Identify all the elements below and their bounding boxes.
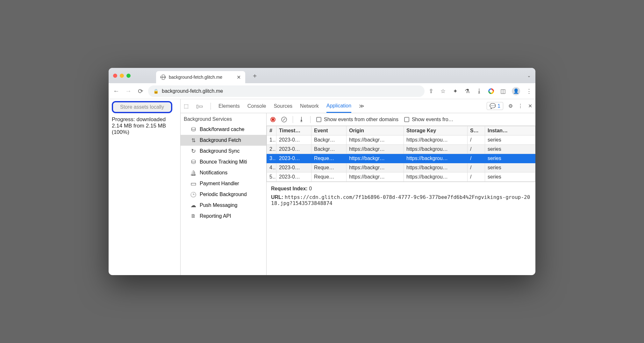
settings-gear-icon[interactable]: ⚙ <box>508 103 513 109</box>
close-devtools-icon[interactable]: ✕ <box>528 103 532 109</box>
tab-application[interactable]: Application <box>326 100 351 113</box>
sidebar-item-bounce-tracking-miti[interactable]: Bounce Tracking Miti <box>181 157 266 167</box>
store-assets-button[interactable]: Store assets locally <box>112 101 172 113</box>
forward-button[interactable]: → <box>124 87 133 96</box>
request-index-value: 0 <box>309 186 312 191</box>
cell-ev: Backgr… <box>311 135 347 145</box>
col-origin[interactable]: Origin <box>347 126 404 135</box>
cell-sk: https://backgrou… <box>404 154 468 163</box>
cell-sc: / <box>468 154 485 163</box>
cell-num: 1. <box>267 135 276 145</box>
sidebar-item-notifications[interactable]: Notifications <box>181 167 266 178</box>
sidebar-item-label: Push Messaging <box>200 202 237 208</box>
back-button[interactable]: ← <box>112 87 121 96</box>
sidebar-item-background-fetch[interactable]: Background Fetch <box>181 135 266 146</box>
devtools-panel: Elements Console Sources Network Applica… <box>180 99 535 275</box>
tab-title: background-fetch.glitch.me <box>169 75 233 80</box>
maximize-window-button[interactable] <box>126 74 131 78</box>
url-label: URL: <box>271 194 283 200</box>
cell-ts: 2023-0… <box>276 145 311 154</box>
events-table: # Timest… Event Origin Storage Key S… In… <box>267 126 535 182</box>
reload-button[interactable]: ⟳ <box>136 87 145 96</box>
clear-icon[interactable] <box>281 117 287 122</box>
cell-or: https://backgr… <box>347 163 404 172</box>
table-row[interactable]: 1.2023-0…Backgr…https://backgr…https://b… <box>267 135 535 145</box>
extensions-icon[interactable]: ✦ <box>452 88 458 95</box>
save-events-icon[interactable] <box>299 116 304 123</box>
tab-sources[interactable]: Sources <box>274 100 292 112</box>
cell-sk: https://backgrou… <box>404 135 468 145</box>
sidebar-item-push-messaging[interactable]: Push Messaging <box>181 200 266 211</box>
col-scope[interactable]: S… <box>468 126 485 135</box>
toolbar-right: ⇪ ☆ ✦ ⚗ ⭳ ◫ 👤 ⋮ <box>428 87 532 95</box>
col-storage-key[interactable]: Storage Key <box>404 126 468 135</box>
cell-ts: 2023-0… <box>276 154 311 163</box>
profile-avatar[interactable]: 👤 <box>512 87 520 95</box>
sidebar-item-background-sync[interactable]: Background Sync <box>181 146 266 157</box>
tab-elements[interactable]: Elements <box>218 100 240 112</box>
url-value: https://cdn.glitch.com/7f1b6896-078d-477… <box>271 194 530 206</box>
sidebar-item-periodic-background[interactable]: Periodic Background <box>181 189 266 200</box>
cell-in: series <box>485 154 535 163</box>
share-icon[interactable]: ⇪ <box>428 88 434 95</box>
device-toolbar-icon[interactable] <box>196 103 203 109</box>
col-number[interactable]: # <box>267 126 276 135</box>
cell-or: https://backgr… <box>347 135 404 145</box>
cell-ev: Reque… <box>311 163 347 172</box>
close-window-button[interactable] <box>113 74 117 78</box>
table-row[interactable]: 5.2023-0…Reque…https://backgr…https://ba… <box>267 172 535 182</box>
sidebar-item-label: Background Sync <box>200 148 240 154</box>
cell-sk: https://backgrou… <box>404 163 468 172</box>
cell-in: series <box>485 163 535 172</box>
devtools-menu-icon[interactable]: ⋮ <box>518 103 523 109</box>
show-events-from-checkbox[interactable]: Show events fro… <box>404 117 532 122</box>
table-header-row: # Timest… Event Origin Storage Key S… In… <box>267 126 535 135</box>
browser-tab[interactable]: background-fetch.glitch.me ✕ <box>156 71 245 83</box>
col-event[interactable]: Event <box>311 126 347 135</box>
close-tab-icon[interactable]: ✕ <box>237 74 241 80</box>
issues-count: 1 <box>497 103 500 109</box>
bookmark-icon[interactable]: ☆ <box>440 88 446 95</box>
col-instance[interactable]: Instan… <box>485 126 535 135</box>
cell-sc: / <box>468 135 485 145</box>
tab-console[interactable]: Console <box>247 100 266 112</box>
record-icon[interactable] <box>270 117 275 122</box>
google-icon[interactable] <box>488 88 494 94</box>
browser-menu-icon[interactable]: ⋮ <box>526 88 532 95</box>
url-input[interactable]: 🔒 background-fetch.glitch.me <box>148 85 425 97</box>
table-row[interactable]: 2.2023-0…Backgr…https://backgr…https://b… <box>267 145 535 154</box>
sync-icon <box>190 148 197 154</box>
cell-num: 2. <box>267 145 276 154</box>
col-timestamp[interactable]: Timest… <box>276 126 311 135</box>
browser-window: background-fetch.glitch.me ✕ ＋ ⌄ ← → ⟳ 🔒… <box>109 68 535 275</box>
webpage-viewport: Store assets locally Progress: downloade… <box>109 99 180 275</box>
inspect-element-icon[interactable] <box>184 103 189 109</box>
sidebar-item-reporting-api[interactable]: Reporting API <box>181 211 266 222</box>
cell-ts: 2023-0… <box>276 135 311 145</box>
new-tab-button[interactable]: ＋ <box>252 71 258 80</box>
checkbox-icon <box>404 117 409 122</box>
table-row[interactable]: 3.2023-0…Reque…https://backgr…https://ba… <box>267 154 535 163</box>
db-icon <box>190 126 197 133</box>
progress-text: Progress: downloaded 2.14 MB from 2.15 M… <box>112 116 177 135</box>
cell-in: series <box>485 145 535 154</box>
tab-network[interactable]: Network <box>300 100 319 112</box>
flask-icon[interactable]: ⚗ <box>464 88 470 95</box>
sidebar-item-label: Notifications <box>200 170 227 176</box>
sidebar-item-label: Back/forward cache <box>200 127 245 132</box>
table-row[interactable]: 4.2023-0…Reque…https://backgr…https://ba… <box>267 163 535 172</box>
sidebar-item-back-forward-cache[interactable]: Back/forward cache <box>181 124 266 135</box>
issues-badge[interactable]: 💬 1 <box>487 102 503 110</box>
cell-or: https://backgr… <box>347 145 404 154</box>
more-tabs-icon[interactable]: ≫ <box>359 100 364 112</box>
tabs-dropdown-icon[interactable]: ⌄ <box>527 73 531 78</box>
sidebar-item-payment-handler[interactable]: Payment Handler <box>181 178 266 189</box>
sidebar-item-label: Periodic Background <box>200 192 247 197</box>
divider <box>293 116 293 123</box>
minimize-window-button[interactable] <box>120 74 124 78</box>
show-other-domains-checkbox[interactable]: Show events from other domains <box>316 117 398 122</box>
sidepanel-icon[interactable]: ◫ <box>500 88 506 95</box>
download-icon[interactable]: ⭳ <box>476 88 483 94</box>
sidebar-item-label: Reporting API <box>200 213 231 219</box>
cell-ts: 2023-0… <box>276 172 311 182</box>
